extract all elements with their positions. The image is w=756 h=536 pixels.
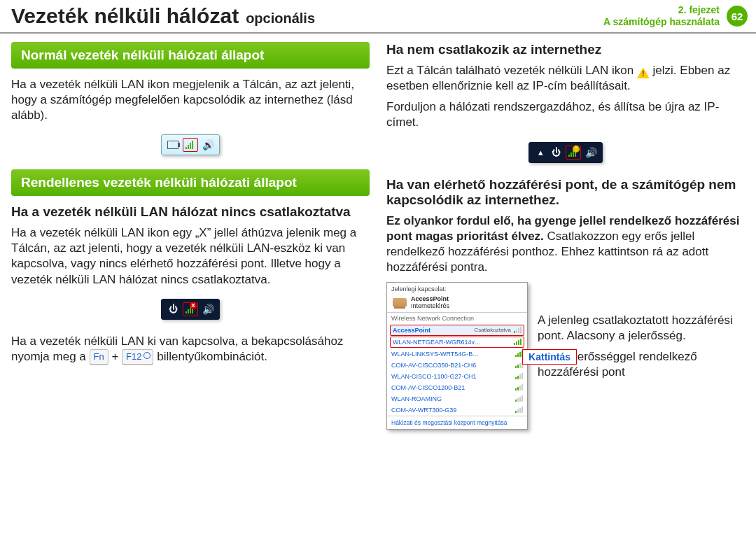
click-callout-label: Kattintás: [522, 349, 577, 365]
np-row[interactable]: WLAN-ROAMING: [387, 393, 527, 404]
np-row[interactable]: WLAN-CISCO-1100-G27-CH1: [387, 371, 527, 382]
chapter-subtitle: A számítógép használata: [603, 16, 720, 28]
network-panel[interactable]: Jelenlegi kapcsolat: AccessPoint Interne…: [386, 282, 528, 430]
np-row[interactable]: AccessPointCsatlakoztatva: [390, 325, 524, 336]
paragraph-normal-intro: Ha a vezeték nélküli LAN ikon megjelenik…: [11, 77, 370, 123]
np-row[interactable]: WLAN-LINKSYS-WRT54G-B20-CH6: [387, 348, 527, 360]
header-right: 2. fejezet A számítógép használata 62: [603, 4, 748, 28]
np-list: AccessPointCsatlakoztatvaWLAN-NETGEAR-WG…: [387, 325, 527, 416]
kb-hint-post: billentyűkombinációt.: [157, 350, 267, 363]
section-heading-abnormal: Rendellenes vezeték nélküli hálózati áll…: [11, 169, 370, 196]
header-divider: [0, 32, 756, 34]
title-subtext: opcionális: [246, 10, 315, 27]
paragraph-contact-admin: Forduljon a hálózati rendszergazdához, é…: [386, 99, 745, 130]
np-current-ap: AccessPoint Internetelérés: [387, 294, 527, 312]
bench-icon: [393, 298, 407, 306]
tray-example-disconnected: ⏻ 🔊: [11, 299, 370, 320]
tray-box-dark-x: ⏻ 🔊: [161, 299, 220, 320]
wifi-signal-x-icon: [183, 302, 198, 316]
wifi-signal-icon: [183, 138, 198, 152]
up-arrow-icon: ▴: [535, 147, 546, 158]
np-current-label: Jelenlegi kapcsolat:: [387, 283, 527, 294]
subheading-weak-ap: Ha van elérhető hozzáférési pont, de a s…: [386, 177, 745, 208]
right-column: Ha nem csatlakozik az internethez Ezt a …: [386, 42, 745, 430]
wifi-signal-warn-icon: [566, 146, 581, 160]
power-icon: ⏻: [167, 304, 178, 315]
key-plus: +: [111, 350, 122, 363]
network-panel-row: Jelenlegi kapcsolat: AccessPoint Interne…: [386, 282, 745, 430]
speaker-icon: 🔊: [585, 147, 596, 158]
speaker-icon: 🔊: [202, 139, 214, 150]
battery-icon: [167, 139, 178, 150]
network-panel-wrap: Jelenlegi kapcsolat: AccessPoint Interne…: [386, 282, 528, 430]
page-number-badge: 62: [727, 6, 748, 27]
tray-example-warn: ▴ ⏻ 🔊: [386, 142, 745, 163]
np-row[interactable]: COM-AV-CISCO1200-B21: [387, 382, 527, 393]
speaker-icon: 🔊: [202, 304, 214, 315]
np-footer-link[interactable]: Hálózati és megosztási központ megnyitás…: [387, 416, 527, 429]
section-heading-normal: Normál vezeték nélküli hálózati állapot: [11, 42, 370, 69]
left-column: Normál vezeték nélküli hálózati állapot …: [11, 42, 370, 430]
page-header: Vezeték nélküli hálózat opcionális 2. fe…: [0, 0, 756, 31]
paragraph-no-internet: Ezt a Tálcán található vezeték nélküli L…: [386, 63, 745, 94]
chapter-info: 2. fejezet A számítógép használata: [603, 4, 720, 28]
tray-box-dark-warn: ▴ ⏻ 🔊: [528, 142, 603, 163]
key-fn: Fn: [90, 349, 108, 365]
tray-example-normal: 🔊: [11, 134, 370, 155]
ni-pre: Ezt a Tálcán található vezeték nélküli L…: [386, 64, 637, 77]
np-row[interactable]: COM-AV-WRT300-G39: [387, 404, 527, 416]
tray-box-light: 🔊: [161, 134, 220, 155]
subheading-no-internet: Ha nem csatlakozik az internethez: [386, 42, 745, 57]
paragraph-keyboard-hint: Ha a vezeték nélküli LAN ki van kapcsolv…: [11, 334, 370, 365]
np-ap-name: AccessPoint: [411, 295, 449, 302]
power-icon: ⏻: [550, 147, 561, 158]
page-title: Vezeték nélküli hálózat opcionális: [11, 4, 315, 28]
np-section-label: Wireless Network Connection: [387, 312, 527, 324]
np-row[interactable]: COM-AV-CISCO350-B21-CH6: [387, 360, 527, 371]
warning-triangle-icon: !: [637, 67, 650, 78]
subheading-disconnected: Ha a vezeték nélküli LAN hálózat nincs c…: [11, 204, 370, 220]
np-row[interactable]: WLAN-NETGEAR-WGR614v9-G28-CH11: [390, 337, 524, 348]
np-ap-sub: Internetelérés: [411, 302, 449, 309]
title-text: Vezeték nélküli hálózat: [11, 4, 239, 28]
content-columns: Normál vezeték nélküli hálózati állapot …: [0, 42, 756, 430]
key-f12: F12: [122, 349, 153, 365]
paragraph-weak-ap: Ez olyankor fordul elő, ha gyenge jellel…: [386, 213, 745, 275]
note-current-ap: A jelenleg csatlakoztatott hozzáférési p…: [538, 313, 745, 344]
chapter-number: 2. fejezet: [603, 4, 720, 16]
paragraph-disconnected: Ha a vezeték nélküli LAN ikon egy „X” je…: [11, 225, 370, 287]
